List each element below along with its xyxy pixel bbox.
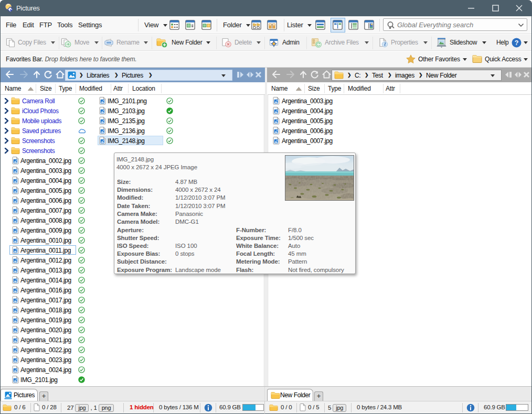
svg-text:?: ?	[515, 39, 519, 47]
